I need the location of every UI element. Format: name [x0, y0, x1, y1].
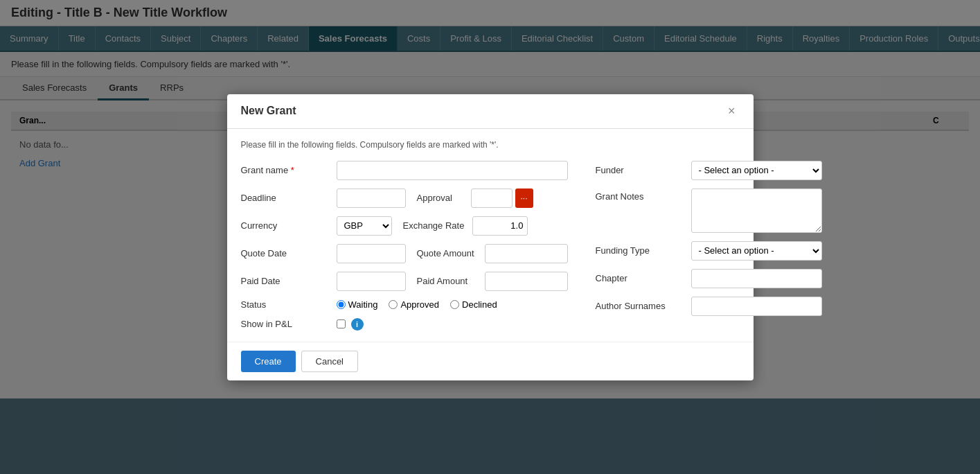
quote-date-input[interactable] [337, 244, 406, 263]
paid-date-label: Paid Date [241, 276, 331, 286]
modal-overlay: New Grant × Please fill in the following… [0, 0, 980, 398]
grant-name-input[interactable] [337, 161, 568, 180]
status-waiting-label: Waiting [348, 299, 378, 310]
modal-footer: Create Cancel [227, 342, 754, 380]
deadline-input[interactable] [337, 188, 406, 208]
status-waiting[interactable]: Waiting [337, 299, 378, 310]
funder-select[interactable]: - Select an option - [691, 161, 822, 180]
modal-title: New Grant [241, 105, 296, 117]
approval-field: ··· [471, 188, 533, 208]
status-declined[interactable]: Declined [450, 299, 497, 310]
currency-select[interactable]: GBP USD EUR [337, 216, 392, 236]
new-grant-modal: New Grant × Please fill in the following… [227, 94, 754, 380]
grant-notes-textarea[interactable] [691, 188, 822, 233]
show-in-pl-checkbox[interactable] [337, 319, 346, 328]
paid-amount-input[interactable] [485, 272, 568, 291]
modal-close-button[interactable]: × [724, 103, 740, 120]
grant-notes-label: Grant Notes [596, 188, 686, 202]
grant-notes-row: Grant Notes [596, 188, 822, 233]
chapter-label: Chapter [596, 273, 686, 283]
deadline-approval-row: Deadline Approval ··· [241, 188, 568, 208]
deadline-label: Deadline [241, 193, 331, 203]
paid-date-input[interactable] [337, 272, 406, 291]
modal-body: Please fill in the following fields. Com… [227, 129, 754, 342]
status-declined-label: Declined [462, 299, 497, 310]
info-icon[interactable]: i [351, 318, 364, 331]
currency-row: Currency GBP USD EUR Exchange Rate [241, 216, 568, 236]
chapter-row: Chapter [596, 269, 822, 288]
currency-label: Currency [241, 220, 331, 231]
quote-date-label: Quote Date [241, 248, 331, 258]
paid-row: Paid Date Paid Amount [241, 272, 568, 291]
modal-header: New Grant × [227, 94, 754, 129]
author-surnames-input[interactable] [691, 297, 822, 316]
funder-row: Funder - Select an option - [596, 161, 822, 180]
chapter-input[interactable] [691, 269, 822, 288]
author-surnames-label: Author Surnames [596, 301, 686, 311]
form-grid: Grant name Deadline Approval ··· [241, 161, 740, 331]
status-declined-radio[interactable] [450, 300, 459, 309]
status-waiting-radio[interactable] [337, 300, 346, 309]
exchange-rate-label: Exchange Rate [403, 220, 465, 231]
grant-name-row: Grant name [241, 161, 568, 180]
show-in-pl-checkbox-row: i [337, 318, 364, 331]
modal-info: Please fill in the following fields. Com… [241, 140, 740, 150]
status-row: Status Waiting Approved [241, 299, 568, 310]
form-right: Funder - Select an option - Grant Notes … [596, 161, 822, 331]
approval-label: Approval [417, 193, 465, 203]
show-in-pl-label: Show in P&L [241, 319, 331, 329]
paid-amount-label: Paid Amount [417, 276, 479, 286]
grant-name-label: Grant name [241, 165, 331, 175]
approval-input[interactable] [471, 188, 513, 208]
status-approved-radio[interactable] [389, 300, 398, 309]
quote-amount-input[interactable] [485, 244, 568, 263]
form-left: Grant name Deadline Approval ··· [241, 161, 568, 331]
funding-type-row: Funding Type - Select an option - [596, 241, 822, 261]
quote-row: Quote Date Quote Amount [241, 244, 568, 263]
create-button[interactable]: Create [241, 351, 296, 372]
show-in-pl-row: Show in P&L i [241, 318, 568, 331]
approval-button[interactable]: ··· [515, 188, 533, 208]
author-surnames-row: Author Surnames [596, 297, 822, 316]
funder-label: Funder [596, 165, 686, 175]
status-label: Status [241, 299, 331, 310]
status-approved[interactable]: Approved [389, 299, 439, 310]
status-approved-label: Approved [400, 299, 439, 310]
quote-amount-label: Quote Amount [417, 248, 479, 258]
funding-type-select[interactable]: - Select an option - [691, 241, 822, 261]
exchange-rate-input[interactable] [472, 216, 528, 236]
status-radio-group: Waiting Approved Declined [337, 299, 497, 310]
funding-type-label: Funding Type [596, 245, 686, 256]
cancel-button[interactable]: Cancel [301, 351, 358, 372]
